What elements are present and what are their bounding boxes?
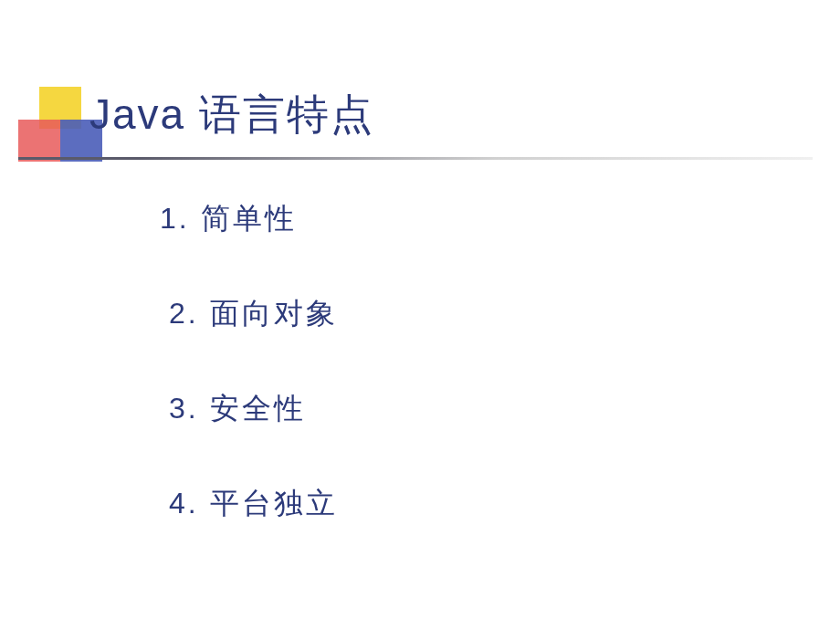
item-number: 4. — [169, 487, 199, 520]
content-list: 1. 简单性 2. 面向对象 3. 安全性 4. 平台独立 — [169, 199, 338, 579]
list-item: 4. 平台独立 — [169, 484, 338, 524]
item-text: 安全性 — [210, 392, 306, 425]
item-number: 2. — [169, 297, 199, 330]
list-item: 2. 面向对象 — [169, 294, 338, 334]
title-underline — [18, 157, 813, 160]
item-number: 1. — [160, 202, 190, 235]
list-item: 1. 简单性 — [160, 199, 338, 239]
red-square-icon — [18, 120, 60, 162]
list-item: 3. 安全性 — [169, 389, 338, 429]
item-number: 3. — [169, 392, 199, 425]
item-text: 面向对象 — [210, 297, 338, 330]
slide-title: Java 语言特点 — [89, 87, 374, 143]
slide-container: Java 语言特点 1. 简单性 2. 面向对象 3. 安全性 4. 平台独立 — [0, 0, 840, 630]
item-text: 简单性 — [201, 202, 297, 235]
item-text: 平台独立 — [210, 487, 338, 520]
